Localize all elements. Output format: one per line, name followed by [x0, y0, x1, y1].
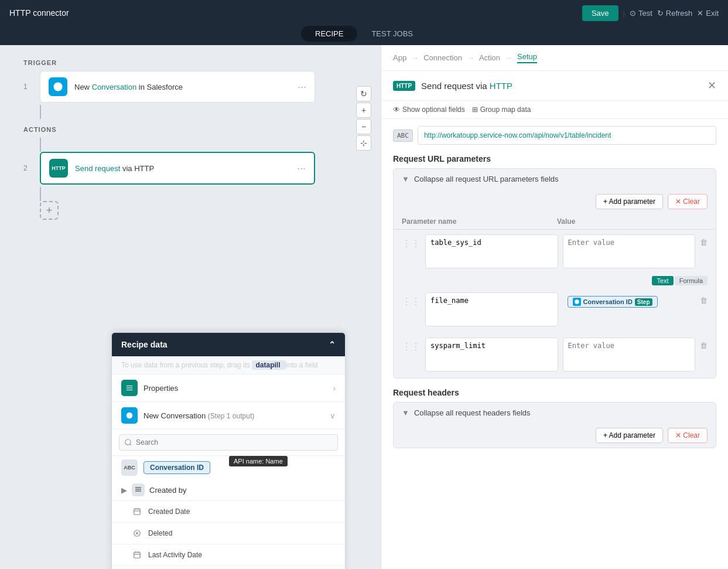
param-row-2: ⋮⋮ file_name Conversation ID Step	[394, 288, 716, 333]
zoom-out-icon[interactable]: −	[356, 119, 371, 134]
drag-handle-3[interactable]: ⋮⋮	[402, 338, 421, 352]
param-delete-3[interactable]: 🗑	[700, 338, 708, 350]
svg-rect-7	[134, 509, 141, 515]
save-button[interactable]: Save	[582, 5, 618, 21]
refresh-canvas-icon[interactable]: ↻	[356, 86, 371, 101]
headers-add-parameter-button[interactable]: + Add parameter	[596, 428, 663, 443]
breadcrumb-connection[interactable]: Connection	[423, 53, 462, 62]
deleted-label: Deleted	[148, 529, 172, 537]
pill-step-badge: Step	[635, 298, 652, 306]
param-name-2: file_name	[425, 292, 558, 328]
param-row-1: ⋮⋮ table_sys_id 🗑	[394, 230, 716, 275]
connector-2	[40, 138, 41, 152]
recipe-panel-collapse-icon[interactable]: ⌃	[329, 340, 336, 349]
add-node-button[interactable]: +	[40, 201, 59, 220]
action-node-label: Send request via HTTP	[75, 164, 297, 173]
salesforce-pill-icon	[573, 298, 581, 306]
param-name-input-1[interactable]: table_sys_id	[425, 234, 558, 268]
created-by-label: Created by	[149, 486, 187, 495]
drag-handle-1[interactable]: ⋮⋮	[402, 234, 421, 249]
param-name-3: sysparm_limit	[425, 338, 558, 373]
properties-icon	[121, 380, 138, 396]
http-badge: HTTP	[393, 81, 415, 91]
close-icon: ✕	[697, 9, 703, 18]
formula-btn-1[interactable]: Formula	[675, 276, 708, 285]
headers-collapse-header[interactable]: ▼ Collapse all request headers fields	[394, 403, 716, 423]
node-row-2: 2 HTTP Send request via HTTP ···	[23, 152, 357, 185]
canvas: ↻ + − ⊹ TRIGGER 1 New Conversation in Sa…	[0, 45, 381, 569]
svg-point-3	[127, 413, 133, 419]
test-icon: ⊙	[630, 9, 636, 18]
recipe-panel-subtext: To use data from a previous step, drag i…	[112, 356, 345, 374]
show-optional-fields-button[interactable]: 👁 Show optional fields	[393, 105, 465, 114]
salesforce-icon	[49, 77, 67, 96]
panel-header: HTTP Send request via HTTP ✕	[381, 71, 728, 101]
breadcrumb-setup[interactable]: Setup	[517, 52, 537, 63]
datapill-tooltip: API name: Name	[229, 456, 288, 466]
zoom-in-icon[interactable]: +	[356, 103, 371, 118]
add-parameter-button[interactable]: + Add parameter	[596, 194, 663, 209]
refresh-button[interactable]: ↻ Refresh	[657, 9, 693, 18]
param-delete-2[interactable]: 🗑	[700, 292, 708, 305]
bc-arrow-2: →	[467, 53, 474, 62]
sub-item-deleted[interactable]: Deleted	[112, 523, 345, 544]
topbar: HTTP connector Save | ⊙ Test ↻ Refresh ✕…	[0, 0, 728, 26]
breadcrumb-action[interactable]: Action	[479, 53, 500, 62]
text-btn-1[interactable]: Text	[652, 276, 673, 285]
param-row-3: ⋮⋮ sysparm_limit 🗑	[394, 333, 716, 378]
headers-collapse: ▼ Collapse all request headers fields + …	[393, 402, 716, 448]
param-name-input-3[interactable]: sysparm_limit	[425, 338, 558, 372]
param-row-header: Parameter name Value	[394, 214, 716, 230]
group-map-icon: ⊞	[472, 105, 478, 114]
collapse-label: Collapse all request URL parameters fiel…	[414, 175, 559, 183]
recipe-item-properties[interactable]: Properties ›	[112, 374, 345, 402]
clear-button[interactable]: ✕ Clear	[668, 194, 708, 209]
param-value-input-3[interactable]	[563, 338, 696, 372]
svg-rect-4	[135, 487, 141, 488]
panel-content: ABC Request URL parameters ▼ Collapse al…	[381, 126, 728, 467]
recipe-search-input[interactable]	[119, 434, 338, 451]
param-name-input-2[interactable]: file_name	[425, 292, 558, 326]
action-node-menu[interactable]: ···	[297, 162, 306, 175]
conversation-id-pill[interactable]: Conversation ID Step	[568, 296, 658, 308]
headers-clear-button[interactable]: ✕ Clear	[668, 428, 708, 443]
panel-close-icon[interactable]: ✕	[708, 79, 716, 92]
param-name-header: Parameter name	[402, 217, 552, 226]
conversation-id-datapill[interactable]: Conversation ID	[143, 461, 210, 474]
tab-recipe[interactable]: RECIPE	[301, 26, 357, 42]
trigger-node[interactable]: New Conversation in Salesforce ···	[40, 71, 315, 103]
breadcrumb-app[interactable]: App	[393, 53, 406, 62]
param-actions: + Add parameter ✕ Clear	[394, 189, 716, 214]
url-params-collapse: ▼ Collapse all request URL parameters fi…	[393, 168, 716, 379]
datapill-example: datapill	[252, 360, 285, 370]
url-input[interactable]	[418, 126, 716, 145]
panel-actions: 👁 Show optional fields ⊞ Group map data	[381, 101, 728, 119]
collapse-arrow-icon: ▼	[402, 175, 409, 183]
sub-item-last-modified[interactable]: ABC Last Modified By ID	[112, 566, 345, 569]
tab-test-jobs[interactable]: TEST JOBS	[357, 26, 427, 42]
fit-icon[interactable]: ⊹	[356, 135, 371, 151]
svg-rect-1	[127, 387, 133, 388]
exit-button[interactable]: ✕ Exit	[697, 9, 719, 18]
panel-title: Send request via HTTP	[421, 81, 708, 91]
param-delete-1[interactable]: 🗑	[700, 234, 708, 247]
pill-wrapper: Conversation ID Step	[563, 292, 696, 311]
param-value-input-1[interactable]	[563, 234, 696, 268]
action-node[interactable]: HTTP Send request via HTTP ···	[40, 152, 315, 185]
sub-item-last-activity[interactable]: Last Activity Date	[112, 544, 345, 566]
properties-label: Properties	[143, 384, 333, 393]
last-activity-icon	[131, 548, 143, 561]
svg-rect-12	[134, 552, 141, 558]
trigger-node-menu[interactable]: ···	[298, 81, 306, 93]
group-map-button[interactable]: ⊞ Group map data	[472, 105, 531, 114]
properties-arrow-icon: ›	[333, 384, 336, 393]
expand-created-by[interactable]: ▶ Created by	[112, 479, 345, 501]
conversation-collapse-icon[interactable]: ∨	[330, 411, 336, 420]
drag-handle-2[interactable]: ⋮⋮	[402, 292, 421, 307]
headers-section-title: Request headers	[393, 388, 716, 397]
created-date-label: Created Date	[148, 507, 190, 516]
sub-item-created-date[interactable]: Created Date	[112, 501, 345, 523]
recipe-item-new-conversation[interactable]: New Conversation (Step 1 output) ∨	[112, 402, 345, 430]
url-params-collapse-header[interactable]: ▼ Collapse all request URL parameters fi…	[394, 169, 716, 189]
test-button[interactable]: ⊙ Test	[630, 9, 652, 18]
